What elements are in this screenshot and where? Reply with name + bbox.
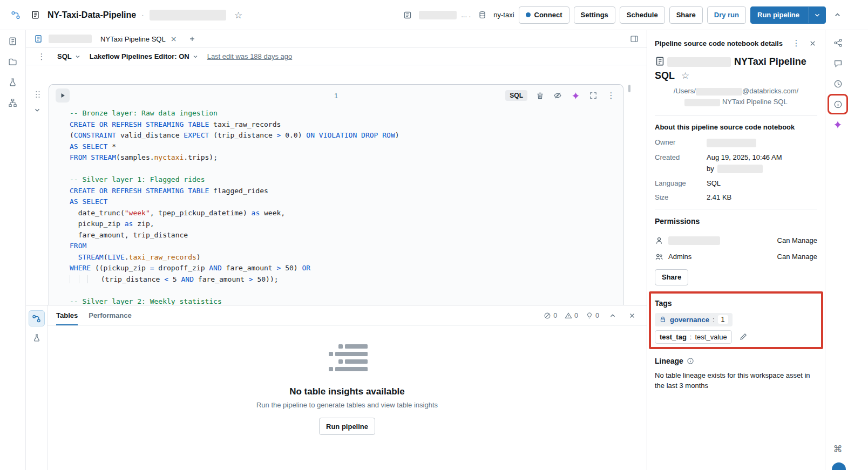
minimap-marker[interactable]: [628, 85, 630, 92]
favorite-star-button[interactable]: ☆: [232, 8, 246, 22]
experiments-tool-button[interactable]: [29, 330, 44, 345]
catalog-database-icon: [475, 8, 489, 22]
run-pipeline-caret-button[interactable]: [809, 7, 825, 23]
code-line: date_trunc("week", tpep_pickup_datetime)…: [70, 208, 623, 219]
dry-run-button[interactable]: Dry run: [707, 6, 746, 24]
cell-language-badge: SQL: [505, 90, 527, 101]
close-panel-button[interactable]: [626, 310, 638, 322]
assistant-bubble[interactable]: [832, 462, 846, 470]
pipelines-editor-toggle[interactable]: Lakeflow Pipelines Editor: ON: [90, 52, 199, 60]
divider: [655, 209, 817, 209]
tag-key: governance: [670, 316, 709, 324]
code-line: -- Silver layer 1: Flagged rides: [70, 174, 623, 186]
rail-notebook-button[interactable]: [5, 33, 21, 49]
connect-label: Connect: [534, 11, 562, 19]
permission-level: Can Manage: [777, 236, 817, 244]
code-line: AS SELECT: [70, 196, 623, 208]
eye-off-icon: [553, 91, 562, 100]
pipeline-tool-button[interactable]: [29, 311, 44, 326]
rail-connections-button[interactable]: [830, 35, 846, 51]
chevron-up-icon: [833, 11, 842, 19]
editor-tab[interactable]: NYTaxi Pipeline SQL ×: [95, 30, 182, 47]
code-lines[interactable]: -- Bronze layer: Raw data ingestionCREAT…: [49, 106, 623, 305]
person-icon: [655, 236, 663, 245]
drag-dots-icon: [33, 90, 42, 99]
cell-menu-button[interactable]: ⋮: [606, 90, 616, 101]
edit-tags-button[interactable]: [737, 330, 750, 343]
cell-drag-handle[interactable]: [33, 90, 42, 99]
close-icon: ×: [171, 35, 177, 43]
add-tab-button[interactable]: [185, 32, 199, 46]
rail-history-button[interactable]: [830, 76, 846, 92]
tag-chip-governance[interactable]: governance : 1: [655, 313, 733, 326]
close-details-button[interactable]: [805, 36, 819, 50]
tags-section: Tags governance : 1 test_tag : test_valu…: [655, 293, 817, 344]
rail-experiments-button[interactable]: [5, 74, 21, 90]
hint-counter[interactable]: 0: [586, 312, 599, 319]
tag-chip-test-tag[interactable]: test_tag : test_value: [655, 330, 732, 344]
redacted-block: [684, 99, 720, 106]
tag-separator: :: [690, 333, 692, 341]
tab-performance[interactable]: Performance: [89, 305, 131, 325]
lakeflow-pipelines-logo-icon[interactable]: [9, 8, 23, 22]
cell-actions: SQL ⋮: [505, 90, 616, 101]
close-tab-button[interactable]: ×: [171, 35, 177, 43]
permissions-heading: Permissions: [655, 217, 817, 226]
details-menu-button[interactable]: ⋮: [789, 36, 803, 50]
run-pipeline-button[interactable]: Run pipeline: [751, 7, 805, 23]
delete-cell-button[interactable]: [534, 90, 545, 101]
share-label: Share: [662, 273, 681, 281]
details-panel-header: Pipeline source code notebook details ⋮: [647, 30, 825, 52]
assistant-button[interactable]: [570, 90, 581, 101]
code-line: [70, 285, 623, 296]
rail-lineage-button[interactable]: [5, 95, 21, 110]
connect-button[interactable]: Connect: [519, 6, 569, 24]
tab-bar: NYTaxi Pipeline SQL ×: [26, 30, 647, 48]
rail-folder-button[interactable]: [5, 54, 21, 69]
schedule-button[interactable]: Schedule: [620, 6, 665, 24]
tab-tables[interactable]: Tables: [56, 305, 78, 325]
board-icon[interactable]: [401, 8, 415, 22]
share-label: Share: [676, 11, 696, 19]
hide-result-button[interactable]: [552, 90, 563, 101]
collapse-header-button[interactable]: [830, 8, 844, 22]
code-line: CREATE OR REFRESH STREAMING TABLE taxi_r…: [70, 119, 623, 131]
redacted-block: [667, 57, 731, 67]
favorite-star-button[interactable]: ☆: [678, 69, 689, 83]
connect-status-dot: [526, 12, 531, 17]
last-edit-link[interactable]: Last edit was 188 days ago: [207, 52, 293, 60]
toolbar-menu-button[interactable]: ⋮: [35, 50, 49, 64]
code-line: -- Bronze layer: Raw data ingestion: [70, 108, 623, 119]
rail-details-button[interactable]: [830, 96, 846, 112]
title-separator: ·: [141, 11, 144, 19]
expand-icon: [589, 92, 597, 99]
chevron-down-icon: [33, 106, 41, 114]
permission-row-admins: Admins Can Manage: [655, 249, 817, 265]
collapse-panel-button[interactable]: [607, 310, 619, 322]
settings-button[interactable]: Settings: [574, 6, 615, 24]
people-icon: [655, 253, 663, 261]
run-pipeline-secondary-button[interactable]: Run pipeline: [319, 418, 375, 435]
kebab-icon: ⋮: [792, 38, 801, 48]
chevron-down-icon: [74, 53, 81, 60]
warning-counter[interactable]: 0: [565, 312, 578, 319]
share-button[interactable]: Share: [669, 6, 703, 24]
rail-assistant-button[interactable]: [830, 117, 846, 133]
catalog-name: ny-taxi: [493, 11, 514, 19]
bottom-panel-rail: [26, 305, 48, 470]
comment-icon: [833, 59, 843, 68]
flask-icon: [8, 78, 17, 87]
shortcuts-button[interactable]: ⌘: [830, 441, 846, 457]
rail-comments-button[interactable]: [830, 55, 846, 71]
share-permissions-button[interactable]: Share: [655, 269, 688, 285]
app-body: NYTaxi Pipeline SQL × ⋮ SQL Lakeflow Pip…: [0, 30, 868, 470]
expand-cell-button[interactable]: [588, 90, 599, 101]
close-icon: [628, 312, 636, 319]
layout-toggle-button[interactable]: [627, 32, 641, 46]
collapse-cell-button[interactable]: [33, 106, 41, 114]
created-label: Created: [655, 153, 707, 173]
error-counter[interactable]: 0: [544, 312, 557, 319]
sparkle-icon: [833, 120, 842, 129]
info-icon[interactable]: [687, 357, 694, 365]
language-select[interactable]: SQL: [57, 52, 81, 60]
